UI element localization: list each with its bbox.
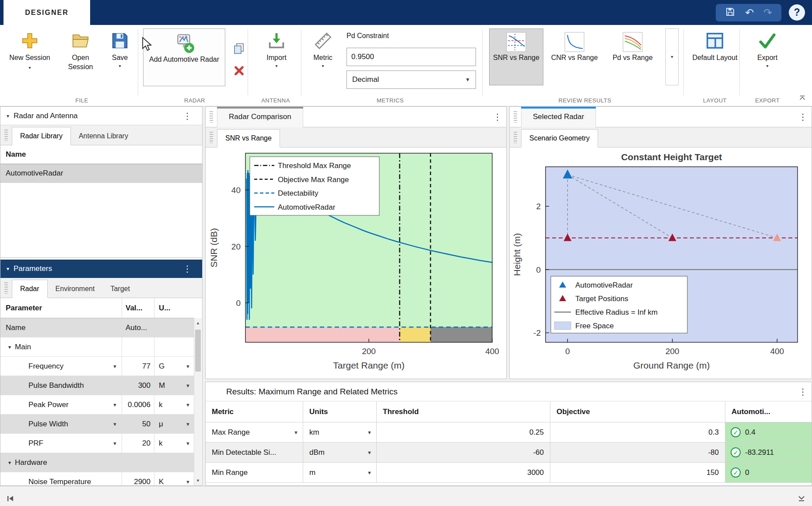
param-dropdown-icon[interactable]: ▼: [112, 441, 117, 446]
units-dropdown-icon[interactable]: ▼: [367, 450, 372, 455]
default-layout-button[interactable]: Default Layout: [690, 29, 740, 63]
drag-grip-icon[interactable]: [514, 132, 517, 143]
panel-menu-icon[interactable]: ⋮: [794, 112, 812, 121]
new-session-button[interactable]: New Session ▾: [9, 29, 51, 72]
collapse-bottom-panel-button[interactable]: [794, 492, 808, 506]
units-dropdown-icon[interactable]: ▼: [367, 430, 372, 435]
save-icon[interactable]: [725, 7, 735, 19]
tab-target-params[interactable]: Target: [102, 280, 137, 298]
tab-radar-params[interactable]: Radar: [12, 280, 48, 298]
results-row-min-range[interactable]: Min Range m▼ 3000 150 ✓0: [206, 463, 812, 483]
unit-dropdown-icon[interactable]: ▼: [186, 383, 190, 388]
skip-to-start-icon: [6, 494, 15, 503]
svg-text:AutomotiveRadar: AutomotiveRadar: [575, 281, 633, 289]
undo-icon[interactable]: ↶: [745, 7, 754, 18]
collapse-parameters-icon[interactable]: ▾: [7, 266, 9, 272]
tab-designer[interactable]: DESIGNER: [4, 0, 90, 25]
param-dropdown-icon[interactable]: ▼: [112, 422, 117, 427]
svg-text:Detectability: Detectability: [278, 189, 318, 197]
results-row-max-range[interactable]: Max Range▼ km▼ 0.25 0.3 ✓0.4: [206, 422, 812, 443]
results-menu-icon[interactable]: ⋮: [794, 387, 812, 396]
snr-vs-range-gallery-item[interactable]: SNR vs Range: [489, 28, 543, 85]
format-select-caret-icon: ▼: [465, 77, 470, 83]
tab-environment-params[interactable]: Environment: [48, 280, 103, 298]
open-session-label: Open Session: [60, 53, 102, 72]
list-header-name: Name: [0, 145, 202, 164]
pd-constraint-input[interactable]: [346, 48, 476, 66]
save-button[interactable]: Save ▾: [107, 29, 133, 68]
help-icon[interactable]: ?: [789, 4, 805, 21]
file-section-label: FILE: [75, 97, 88, 104]
col-objective: Objective: [550, 401, 725, 422]
expand-group-icon[interactable]: ▾: [8, 344, 11, 350]
import-button[interactable]: Import ▾: [256, 29, 297, 68]
section-divider: [739, 29, 740, 95]
list-item-automotiveradar[interactable]: AutomotiveRadar: [0, 164, 202, 183]
delete-radar-button[interactable]: [232, 63, 246, 77]
geometry-view-tabbar: Scenario Geometry: [510, 127, 812, 148]
parameter-group-main[interactable]: ▾Main: [0, 337, 194, 357]
unit-dropdown-icon[interactable]: ▼: [186, 402, 190, 408]
metric-dropdown-icon[interactable]: ▼: [294, 430, 298, 435]
drag-grip-icon[interactable]: [4, 282, 8, 294]
col-value: Val...: [122, 298, 154, 318]
parameter-row-prf[interactable]: PRF▼ 20 k▼: [0, 434, 194, 453]
parameter-row-peak-power[interactable]: Peak Power▼ 0.0006 k▼: [0, 395, 194, 415]
parameters-scrollbar[interactable]: ▲ ▼: [194, 318, 202, 485]
tab-radar-library[interactable]: Radar Library: [12, 127, 71, 145]
copy-radar-button[interactable]: [232, 42, 246, 56]
parameter-group-hardware[interactable]: ▾Hardware: [0, 453, 194, 472]
param-dropdown-icon[interactable]: ▼: [112, 364, 117, 369]
doc-tab-radar-comparison[interactable]: Radar Comparison: [217, 107, 303, 127]
collapse-left-panel-button[interactable]: [4, 492, 18, 506]
parameter-row-frequency[interactable]: Frequency▼ 77 G▼: [0, 357, 194, 376]
y-axis-label: SNR (dB): [209, 228, 219, 267]
drag-grip-icon[interactable]: [210, 111, 213, 123]
format-select[interactable]: Decimal ▼: [346, 70, 476, 89]
review-results-section-label: REVIEW RESULTS: [559, 97, 612, 104]
export-button[interactable]: Export ▾: [745, 29, 790, 68]
results-row-min-detectable[interactable]: Min Detectable Si... dBm▼ -60 -80 ✓-83.2…: [206, 443, 812, 463]
pd-vs-range-gallery-item[interactable]: Pd vs Range: [606, 28, 660, 85]
drag-grip-icon[interactable]: [210, 132, 213, 143]
panel-menu-icon[interactable]: ⋮: [489, 112, 506, 121]
parameter-row-noise-temperature[interactable]: Noise Temperature 2900 K▼: [0, 472, 194, 486]
tab-antenna-library[interactable]: Antenna Library: [71, 127, 136, 145]
scrollbar-thumb[interactable]: [195, 330, 201, 372]
tab-scenario-geometry[interactable]: Scenario Geometry: [521, 129, 598, 148]
metric-button[interactable]: Metric ▾: [306, 29, 340, 68]
parameter-row-pulse-width[interactable]: Pulse Width▼ 50 μ▼: [0, 415, 194, 434]
svg-text:Target Positions: Target Positions: [575, 295, 628, 303]
unit-dropdown-icon[interactable]: ▼: [186, 422, 190, 427]
expand-group-icon[interactable]: ▾: [8, 460, 11, 466]
scroll-down-button[interactable]: ▼: [194, 476, 202, 485]
minimize-ribbon-button[interactable]: [795, 91, 809, 105]
radar-section-label: RADAR: [184, 97, 205, 104]
redo-icon[interactable]: ↷: [763, 7, 772, 18]
panel-menu-icon[interactable]: ⋮: [178, 112, 196, 120]
scroll-up-button[interactable]: ▲: [194, 318, 202, 328]
gallery-expand-button[interactable]: ▾: [665, 28, 679, 85]
default-layout-label: Default Layout: [692, 53, 737, 63]
col-parameter: Parameter: [0, 298, 122, 318]
parameters-menu-icon[interactable]: ⋮: [178, 264, 196, 273]
drag-grip-icon[interactable]: [514, 111, 517, 123]
add-automotive-radar-button[interactable]: Add Automotive Radar: [143, 28, 225, 86]
unit-dropdown-icon[interactable]: ▼: [186, 364, 190, 369]
tab-snr-vs-range[interactable]: SNR vs Range: [217, 129, 280, 148]
param-dropdown-icon[interactable]: ▼: [112, 402, 117, 408]
unit-dropdown-icon[interactable]: ▼: [186, 441, 190, 446]
drag-grip-icon[interactable]: [4, 130, 8, 141]
svg-text:AutomotiveRadar: AutomotiveRadar: [278, 203, 336, 211]
collapse-panel-icon[interactable]: ▾: [7, 113, 9, 119]
cnr-vs-range-gallery-item[interactable]: CNR vs Range: [547, 28, 602, 85]
units-dropdown-icon[interactable]: ▼: [367, 470, 372, 475]
svg-text:2: 2: [536, 202, 541, 211]
parameter-row-name[interactable]: Name Auto...: [0, 318, 194, 337]
pd-constraint-label: Pd Constraint: [346, 32, 389, 40]
parameter-row-pulse-bandwidth[interactable]: Pulse Bandwidth 300 M▼: [0, 376, 194, 395]
unit-dropdown-icon[interactable]: ▼: [186, 479, 190, 485]
doc-tab-selected-radar[interactable]: Selected Radar: [521, 107, 596, 127]
open-session-button[interactable]: Open Session: [60, 29, 102, 72]
radar-library-list: Name AutomotiveRadar: [0, 145, 202, 258]
